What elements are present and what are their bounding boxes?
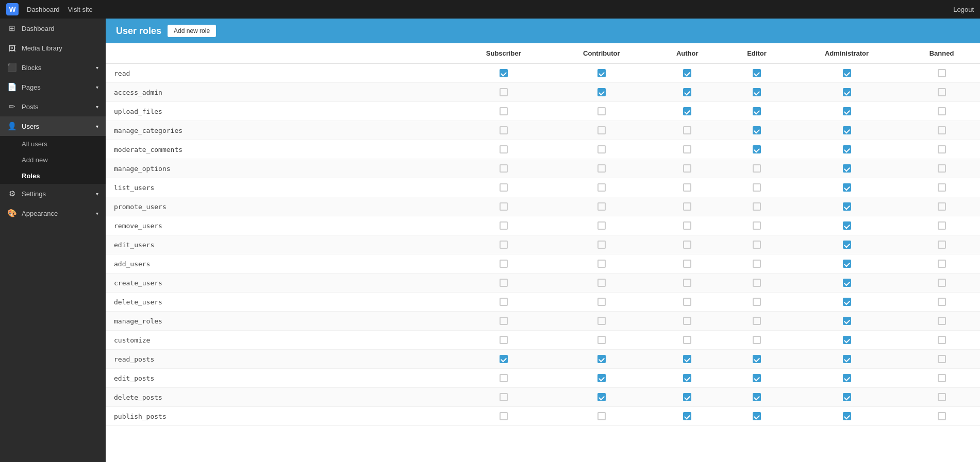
checkbox-upload_files-editor[interactable] [753, 107, 761, 115]
checkbox-moderate_comments-sub[interactable] [500, 145, 508, 153]
checkbox-remove_users-banned[interactable] [938, 221, 946, 230]
checkbox-upload_files-author[interactable] [683, 107, 691, 115]
checkbox-delete_users-contrib[interactable] [597, 298, 606, 306]
checkbox-edit_posts-author[interactable] [683, 374, 691, 382]
checkbox-manage_options-contrib[interactable] [597, 164, 606, 173]
checkbox-create_users-admin[interactable] [843, 279, 851, 287]
checkbox-read_posts-admin[interactable] [843, 355, 851, 363]
checkbox-moderate_comments-admin[interactable] [843, 145, 851, 153]
checkbox-customize-banned[interactable] [938, 336, 946, 344]
dashboard-link[interactable]: Dashboard [27, 6, 60, 13]
checkbox-read_posts-contrib[interactable] [597, 355, 606, 363]
checkbox-read-admin[interactable] [843, 69, 851, 77]
add-new-role-button[interactable]: Add new role [168, 25, 216, 37]
checkbox-delete_posts-admin[interactable] [843, 393, 851, 401]
checkbox-manage_roles-editor[interactable] [753, 317, 761, 325]
checkbox-publish_posts-admin[interactable] [843, 412, 851, 420]
sidebar-item-appearance[interactable]: 🎨 Appearance ▾ [0, 203, 106, 223]
checkbox-list_users-sub[interactable] [500, 183, 508, 192]
checkbox-read-editor[interactable] [753, 69, 761, 77]
checkbox-delete_users-editor[interactable] [753, 298, 761, 306]
checkbox-add_users-admin[interactable] [843, 260, 851, 268]
checkbox-read-contrib[interactable] [597, 69, 606, 77]
checkbox-edit_users-contrib[interactable] [597, 241, 606, 249]
checkbox-manage_options-sub[interactable] [500, 164, 508, 173]
checkbox-customize-contrib[interactable] [597, 336, 606, 344]
checkbox-read_posts-editor[interactable] [753, 355, 761, 363]
checkbox-upload_files-admin[interactable] [843, 107, 851, 115]
checkbox-manage_categories-author[interactable] [683, 126, 691, 134]
sidebar-item-settings[interactable]: ⚙ Settings ▾ [0, 184, 106, 203]
checkbox-upload_files-contrib[interactable] [597, 107, 606, 115]
checkbox-moderate_comments-contrib[interactable] [597, 145, 606, 153]
checkbox-manage_roles-admin[interactable] [843, 317, 851, 325]
checkbox-edit_users-sub[interactable] [500, 241, 508, 249]
checkbox-manage_categories-editor[interactable] [753, 126, 761, 134]
checkbox-access_admin-editor[interactable] [753, 88, 761, 96]
checkbox-delete_users-sub[interactable] [500, 298, 508, 306]
checkbox-add_users-banned[interactable] [938, 260, 946, 268]
checkbox-list_users-admin[interactable] [843, 183, 851, 192]
checkbox-manage_options-editor[interactable] [753, 164, 761, 173]
checkbox-list_users-author[interactable] [683, 183, 691, 192]
checkbox-add_users-author[interactable] [683, 260, 691, 268]
checkbox-moderate_comments-editor[interactable] [753, 145, 761, 153]
checkbox-delete_users-banned[interactable] [938, 298, 946, 306]
checkbox-promote_users-editor[interactable] [753, 202, 761, 211]
sidebar-item-blocks[interactable]: ⬛ Blocks ▾ [0, 58, 106, 77]
checkbox-manage_roles-sub[interactable] [500, 317, 508, 325]
checkbox-remove_users-editor[interactable] [753, 221, 761, 230]
checkbox-access_admin-admin[interactable] [843, 88, 851, 96]
checkbox-edit_posts-banned[interactable] [938, 374, 946, 382]
checkbox-publish_posts-contrib[interactable] [597, 412, 606, 420]
sidebar-item-all-users[interactable]: All users [0, 136, 106, 152]
checkbox-read-banned[interactable] [938, 69, 946, 77]
checkbox-read_posts-author[interactable] [683, 355, 691, 363]
checkbox-manage_options-admin[interactable] [843, 164, 851, 173]
checkbox-delete_users-author[interactable] [683, 298, 691, 306]
checkbox-manage_categories-contrib[interactable] [597, 126, 606, 134]
checkbox-upload_files-banned[interactable] [938, 107, 946, 115]
checkbox-remove_users-sub[interactable] [500, 221, 508, 230]
checkbox-publish_posts-editor[interactable] [753, 412, 761, 420]
sidebar-item-roles[interactable]: Roles [0, 168, 106, 184]
sidebar-item-dashboard[interactable]: ⊞ Dashboard [0, 19, 106, 38]
checkbox-read-sub[interactable] [500, 69, 508, 77]
checkbox-list_users-banned[interactable] [938, 183, 946, 192]
checkbox-delete_posts-author[interactable] [683, 393, 691, 401]
checkbox-publish_posts-author[interactable] [683, 412, 691, 420]
checkbox-manage_categories-banned[interactable] [938, 126, 946, 134]
checkbox-edit_posts-admin[interactable] [843, 374, 851, 382]
checkbox-moderate_comments-banned[interactable] [938, 145, 946, 153]
checkbox-manage_roles-author[interactable] [683, 317, 691, 325]
checkbox-create_users-contrib[interactable] [597, 279, 606, 287]
checkbox-promote_users-author[interactable] [683, 202, 691, 211]
checkbox-access_admin-banned[interactable] [938, 88, 946, 96]
checkbox-read_posts-sub[interactable] [500, 355, 508, 363]
checkbox-publish_posts-sub[interactable] [500, 412, 508, 420]
checkbox-list_users-editor[interactable] [753, 183, 761, 192]
checkbox-customize-admin[interactable] [843, 336, 851, 344]
checkbox-create_users-author[interactable] [683, 279, 691, 287]
checkbox-read_posts-banned[interactable] [938, 355, 946, 363]
checkbox-delete_users-admin[interactable] [843, 298, 851, 306]
checkbox-add_users-editor[interactable] [753, 260, 761, 268]
checkbox-delete_posts-sub[interactable] [500, 393, 508, 401]
checkbox-promote_users-sub[interactable] [500, 202, 508, 211]
checkbox-access_admin-contrib[interactable] [597, 88, 606, 96]
checkbox-manage_options-banned[interactable] [938, 164, 946, 173]
checkbox-add_users-contrib[interactable] [597, 260, 606, 268]
checkbox-create_users-sub[interactable] [500, 279, 508, 287]
checkbox-manage_options-author[interactable] [683, 164, 691, 173]
checkbox-edit_users-author[interactable] [683, 241, 691, 249]
checkbox-manage_roles-banned[interactable] [938, 317, 946, 325]
checkbox-edit_users-editor[interactable] [753, 241, 761, 249]
checkbox-customize-sub[interactable] [500, 336, 508, 344]
checkbox-moderate_comments-author[interactable] [683, 145, 691, 153]
sidebar-item-posts[interactable]: ✏ Posts ▾ [0, 97, 106, 116]
checkbox-edit_posts-sub[interactable] [500, 374, 508, 382]
checkbox-list_users-contrib[interactable] [597, 183, 606, 192]
sidebar-item-media[interactable]: 🖼 Media Library [0, 38, 106, 58]
visit-site-link[interactable]: Visit site [68, 6, 93, 13]
checkbox-read-author[interactable] [683, 69, 691, 77]
